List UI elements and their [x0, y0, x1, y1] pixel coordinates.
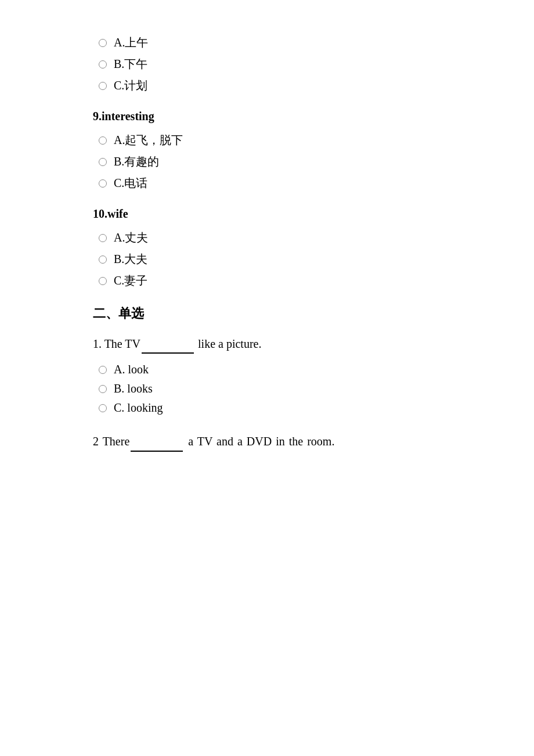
single-choice-question-2: 2 There a TV and a DVD in the room.: [93, 431, 430, 452]
radio-c-sc1[interactable]: [99, 404, 107, 412]
radio-a-q9[interactable]: [99, 136, 107, 145]
option-text-a-q8: A.上午: [114, 35, 148, 51]
option-a-q10[interactable]: A.丈夫: [99, 230, 430, 246]
option-b-q10[interactable]: B.大夫: [99, 251, 430, 267]
section-title-single-choice: 二、单选: [93, 305, 430, 322]
option-text-c-q8: C.计划: [114, 78, 147, 93]
option-group-sc1: A. look B. looks C. looking: [99, 363, 430, 415]
option-text-b-q9: B.有趣的: [114, 154, 159, 170]
sc1-question: 1. The TV like a picture.: [93, 334, 430, 354]
option-text-c-q9: C.电话: [114, 175, 147, 191]
sc1-suffix: like a picture.: [195, 337, 261, 350]
vocab-question-9: 9.interesting A.起飞，脱下 B.有趣的 C.电话: [93, 110, 430, 191]
radio-c-q9[interactable]: [99, 179, 107, 188]
radio-c-q8[interactable]: [99, 82, 107, 90]
radio-a-sc1[interactable]: [99, 366, 107, 374]
radio-b-q9[interactable]: [99, 158, 107, 166]
radio-b-q8[interactable]: [99, 60, 107, 69]
radio-c-q10[interactable]: [99, 277, 107, 285]
option-text-b-q8: B.下午: [114, 56, 147, 72]
radio-a-q10[interactable]: [99, 234, 107, 242]
q9-label: 9.interesting: [93, 110, 430, 123]
option-group-q8: A.上午 B.下午 C.计划: [99, 35, 430, 93]
sc1-prefix: 1. The TV: [93, 337, 140, 350]
option-a-q9[interactable]: A.起飞，脱下: [99, 132, 430, 148]
option-c-sc1[interactable]: C. looking: [99, 401, 430, 415]
sc2-question: 2 There a TV and a DVD in the room.: [93, 431, 430, 452]
q10-label: 10.wife: [93, 207, 430, 221]
option-c-q10[interactable]: C.妻子: [99, 273, 430, 289]
option-text-b-sc1: B. looks: [114, 382, 153, 395]
option-c-q9[interactable]: C.电话: [99, 175, 430, 191]
radio-a-q8[interactable]: [99, 39, 107, 47]
option-a-q8[interactable]: A.上午: [99, 35, 430, 51]
option-b-q9[interactable]: B.有趣的: [99, 154, 430, 170]
option-text-a-q9: A.起飞，脱下: [114, 132, 183, 148]
sc2-prefix: 2 There: [93, 435, 129, 448]
single-choice-question-1: 1. The TV like a picture. A. look B. loo…: [93, 334, 430, 415]
option-b-sc1[interactable]: B. looks: [99, 382, 430, 395]
option-a-sc1[interactable]: A. look: [99, 363, 430, 376]
option-text-c-q10: C.妻子: [114, 273, 147, 289]
radio-b-sc1[interactable]: [99, 385, 107, 393]
option-text-a-q10: A.丈夫: [114, 230, 148, 246]
option-text-c-sc1: C. looking: [114, 401, 163, 415]
option-text-a-sc1: A. look: [114, 363, 149, 376]
sc1-blank: [142, 352, 194, 354]
option-text-b-q10: B.大夫: [114, 251, 147, 267]
option-b-q8[interactable]: B.下午: [99, 56, 430, 72]
option-c-q8[interactable]: C.计划: [99, 78, 430, 93]
radio-b-q10[interactable]: [99, 255, 107, 264]
option-group-q9: A.起飞，脱下 B.有趣的 C.电话: [99, 132, 430, 191]
sc2-blank: [131, 451, 183, 452]
option-group-q10: A.丈夫 B.大夫 C.妻子: [99, 230, 430, 289]
sc2-middle: a TV and a DVD in the room.: [184, 435, 334, 448]
vocab-question-10: 10.wife A.丈夫 B.大夫 C.妻子: [93, 207, 430, 289]
vocab-question-8: A.上午 B.下午 C.计划: [93, 35, 430, 93]
